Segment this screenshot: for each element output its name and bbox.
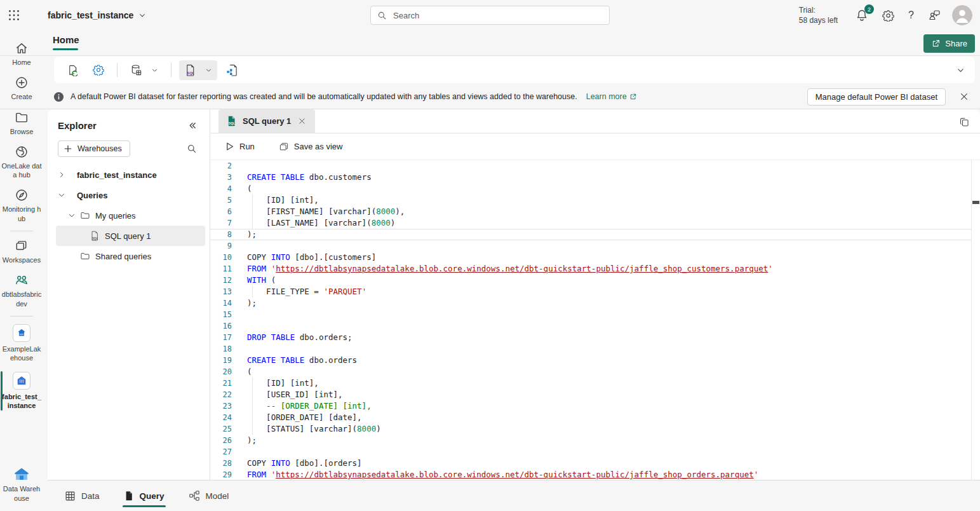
line-number[interactable]: 12 xyxy=(210,275,238,286)
line-number[interactable]: 11 xyxy=(210,263,238,275)
code-line-4[interactable]: 4( xyxy=(210,183,972,194)
line-number[interactable]: 2 xyxy=(210,160,238,172)
rail-item-onelake-data-hub[interactable]: OneLake data hub xyxy=(1,140,43,184)
new-sql-query-button[interactable]: SQL xyxy=(179,60,217,80)
line-number[interactable]: 17 xyxy=(210,332,238,343)
tree-item-queries[interactable]: Queries xyxy=(48,185,210,205)
collapse-pane-icon[interactable] xyxy=(185,118,199,133)
line-number[interactable]: 9 xyxy=(210,240,238,252)
tab-home[interactable]: Home xyxy=(53,34,79,50)
rail-item-home[interactable]: Home xyxy=(1,37,43,71)
line-text[interactable]: [USER_ID] [int], xyxy=(247,389,343,400)
line-number[interactable]: 28 xyxy=(210,458,238,469)
line-number[interactable]: 4 xyxy=(210,183,238,194)
chevron-right-icon[interactable] xyxy=(58,171,65,179)
code-line-14[interactable]: 14); xyxy=(210,297,972,309)
refresh-document-button[interactable] xyxy=(62,60,84,80)
code-line-15[interactable]: 15 xyxy=(210,309,972,320)
line-text[interactable]: DROP TABLE dbo.orders; xyxy=(247,332,352,343)
chevron-down-icon[interactable] xyxy=(58,191,65,199)
line-number[interactable]: 18 xyxy=(210,343,238,355)
scrollbar-thumb[interactable] xyxy=(972,201,979,204)
line-number[interactable]: 25 xyxy=(210,423,238,435)
tab-query[interactable]: Query xyxy=(123,487,166,505)
tab-sql-query-1[interactable]: SQL SQL query 1 xyxy=(218,109,315,133)
settings-button[interactable] xyxy=(88,60,109,79)
rail-item-data-warehouse[interactable]: Data Warehouse xyxy=(1,462,43,507)
code-lines[interactable]: 23CREATE TABLE dbo.customers4(5 [ID] [in… xyxy=(210,160,972,480)
code-line-7[interactable]: 7 [LAST_NAME] [varchar](8000) xyxy=(210,217,972,229)
code-line-22[interactable]: 22 [USER_ID] [int], xyxy=(210,389,972,400)
line-text[interactable]: ); xyxy=(247,435,257,446)
collapse-ribbon-chevron-icon[interactable] xyxy=(954,64,967,77)
copy-icon[interactable] xyxy=(958,116,971,129)
code-line-10[interactable]: 10COPY INTO [dbo].[customers] xyxy=(210,252,972,263)
line-text[interactable]: CREATE TABLE dbo.customers xyxy=(247,172,372,183)
new-visual-query-button[interactable] xyxy=(221,60,248,80)
code-line-19[interactable]: 19CREATE TABLE dbo.orders xyxy=(210,355,972,366)
line-text[interactable]: COPY INTO [dbo].[customers] xyxy=(247,252,376,263)
line-text[interactable]: ); xyxy=(247,229,257,240)
line-number[interactable]: 8 xyxy=(210,229,238,240)
run-button[interactable]: Run xyxy=(221,139,258,154)
app-launcher-icon[interactable] xyxy=(0,0,28,31)
tree-item-sql-query-1[interactable]: SQL SQL query 1 xyxy=(56,226,205,246)
line-text[interactable]: -- [ORDER_DATE] [int], xyxy=(247,400,372,412)
line-text[interactable]: FROM 'https://dbtlabsynapsedatalake.blob… xyxy=(247,469,758,480)
code-line-5[interactable]: 5 [ID] [int], xyxy=(210,194,972,206)
rail-item-examplelakehouse[interactable]: ExampleLakehouse xyxy=(1,320,43,367)
sql-code-editor[interactable]: 23CREATE TABLE dbo.customers4(5 [ID] [in… xyxy=(210,160,980,480)
code-line-12[interactable]: 12WITH ( xyxy=(210,275,972,286)
line-text[interactable]: ); xyxy=(247,297,257,309)
code-line-13[interactable]: 13 FILE_TYPE = 'PARQUET' xyxy=(210,286,972,297)
save-as-view-button[interactable]: Save as view xyxy=(275,139,347,154)
code-line-6[interactable]: 6 [FIRST_NAME] [varchar](8000), xyxy=(210,206,972,217)
line-text[interactable]: [ID] [int], xyxy=(247,194,319,206)
line-number[interactable]: 10 xyxy=(210,252,238,263)
line-text[interactable]: FROM 'https://dbtlabsynapsedatalake.blob… xyxy=(247,263,773,275)
line-number[interactable]: 13 xyxy=(210,286,238,297)
tree-item-my-queries[interactable]: My queries xyxy=(48,205,210,226)
rail-item-fabric-test-instance[interactable]: fabric_test_instance xyxy=(1,367,43,415)
code-line-21[interactable]: 21 [ID] [int], xyxy=(210,378,972,389)
code-line-29[interactable]: 29FROM 'https://dbtlabsynapsedatalake.bl… xyxy=(210,469,972,480)
code-line-25[interactable]: 25 [STATUS] [varchar](8000) xyxy=(210,423,972,435)
line-text[interactable]: [ID] [int], xyxy=(247,378,319,389)
line-number[interactable]: 20 xyxy=(210,366,238,378)
code-line-20[interactable]: 20( xyxy=(210,366,972,378)
account-avatar[interactable] xyxy=(952,5,972,25)
line-text[interactable]: FILE_TYPE = 'PARQUET' xyxy=(247,286,366,297)
line-number[interactable]: 21 xyxy=(210,378,238,389)
line-text[interactable]: [LAST_NAME] [varchar](8000) xyxy=(247,217,395,229)
notifications-button[interactable]: 2 xyxy=(853,6,871,24)
line-text[interactable]: COPY INTO [dbo].[orders] xyxy=(247,458,362,469)
code-line-16[interactable]: 16 xyxy=(210,320,972,332)
editor-scrollbar[interactable] xyxy=(971,160,972,480)
line-number[interactable]: 16 xyxy=(210,320,238,332)
manage-default-dataset-button[interactable]: Manage default Power BI dataset xyxy=(807,88,946,106)
line-number[interactable]: 3 xyxy=(210,172,238,183)
help-button[interactable]: ? xyxy=(906,7,916,24)
line-text[interactable]: CREATE TABLE dbo.orders xyxy=(247,355,357,366)
line-number[interactable]: 26 xyxy=(210,435,238,446)
line-number[interactable]: 27 xyxy=(210,446,238,458)
rail-item-dbtlabsfabricdev[interactable]: dbtlabsfabricdev xyxy=(1,269,43,313)
line-text[interactable]: ( xyxy=(247,366,252,378)
banner-close-icon[interactable] xyxy=(956,88,972,105)
tab-data[interactable]: Data xyxy=(64,487,101,505)
code-line-23[interactable]: 23 -- [ORDER_DATE] [int], xyxy=(210,400,972,412)
line-number[interactable]: 22 xyxy=(210,389,238,400)
code-line-8[interactable]: 8); xyxy=(210,229,972,240)
line-number[interactable]: 23 xyxy=(210,400,238,412)
code-line-11[interactable]: 11FROM 'https://dbtlabsynapsedatalake.bl… xyxy=(210,263,972,275)
line-number[interactable]: 5 xyxy=(210,194,238,206)
code-line-28[interactable]: 28COPY INTO [dbo].[orders] xyxy=(210,458,972,469)
line-number[interactable]: 6 xyxy=(210,206,238,217)
line-number[interactable]: 15 xyxy=(210,309,238,320)
line-number[interactable]: 14 xyxy=(210,297,238,309)
tree-item-shared-queries[interactable]: Shared queries xyxy=(48,246,210,266)
line-text[interactable]: [ORDER_DATE] [date], xyxy=(247,412,362,423)
code-line-24[interactable]: 24 [ORDER_DATE] [date], xyxy=(210,412,972,423)
line-text[interactable]: ( xyxy=(247,183,252,194)
get-data-button[interactable] xyxy=(125,60,163,80)
